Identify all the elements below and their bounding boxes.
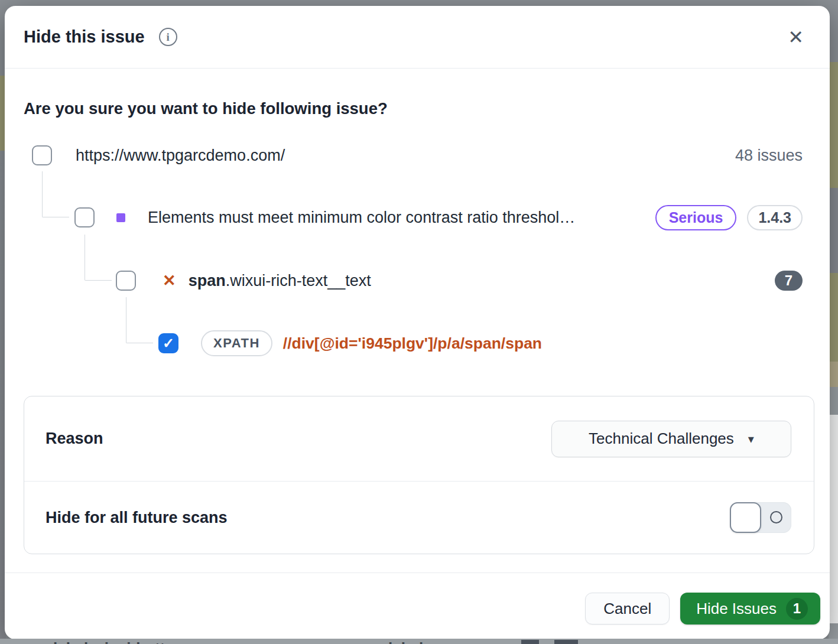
close-icon[interactable]: ✕ (788, 28, 804, 47)
reason-select[interactable]: Technical Challenges ▾ (551, 421, 791, 457)
info-icon[interactable]: i (159, 28, 177, 46)
site-issue-count: 48 issues (735, 147, 803, 165)
toggle-off-icon (770, 511, 782, 523)
selector-tag: span (189, 272, 226, 290)
selector-text: span.wixui-rich-text__text (189, 272, 371, 290)
site-checkbox[interactable] (32, 145, 52, 165)
issue-tree: https://www.tpgarcdemo.com/ 48 issues El… (5, 118, 830, 360)
tree-row-instance: ✓ XPATH //div[@id='i945plgv']/p/a/span/s… (5, 331, 830, 355)
reason-row: Reason Technical Challenges ▾ (24, 396, 814, 482)
wcag-badge: 1.4.3 (747, 205, 803, 230)
selector-count-badge: 7 (775, 271, 803, 291)
hide-issue-dialog: Hide this issue i ✕ Are you sure you wan… (5, 6, 830, 639)
tree-row-site: https://www.tpgarcdemo.com/ 48 issues (5, 144, 830, 167)
dialog-header: Hide this issue i ✕ (5, 6, 830, 69)
dialog-footer: Cancel Hide Issues 1 (5, 573, 830, 639)
tree-row-selector: ✕ span.wixui-rich-text__text 7 (5, 269, 830, 292)
check-icon: ✓ (163, 335, 174, 352)
future-scans-toggle[interactable] (730, 502, 791, 533)
hide-issues-label: Hide Issues (696, 600, 777, 618)
selector-classes: .wixui-rich-text__text (226, 272, 371, 290)
cancel-button[interactable]: Cancel (585, 593, 670, 625)
tree-row-rule: Elements must meet minimum color contras… (5, 206, 830, 229)
future-scans-label: Hide for all future scans (46, 509, 228, 527)
severity-square-icon (116, 213, 125, 222)
chevron-down-icon: ▾ (748, 432, 754, 446)
instance-checkbox[interactable]: ✓ (158, 333, 178, 353)
rule-checkbox[interactable] (74, 207, 95, 227)
xpath-label-badge: XPATH (201, 330, 272, 356)
toggle-knob (730, 502, 761, 533)
confirmation-question: Are you sure you want to hide following … (24, 99, 811, 118)
background-fragment (521, 640, 539, 644)
fail-x-icon: ✕ (163, 271, 176, 290)
background-page-bottom: label.wixui-button label (0, 639, 838, 644)
severity-badge: Serious (655, 205, 737, 230)
rule-title: Elements must meet minimum color contras… (148, 209, 575, 227)
xpath-value: //div[@id='i945plgv']/p/a/span/span (283, 334, 542, 353)
reason-label: Reason (46, 430, 103, 448)
hide-issues-button[interactable]: Hide Issues 1 (680, 593, 820, 625)
background-fragment-text: label (388, 639, 423, 644)
rule-badges: Serious 1.4.3 (655, 205, 803, 230)
reason-selected-value: Technical Challenges (589, 430, 734, 448)
background-page-edge-right (829, 0, 838, 644)
future-scans-row: Hide for all future scans (24, 482, 814, 554)
hide-count-badge: 1 (786, 598, 808, 620)
selector-checkbox[interactable] (116, 271, 136, 291)
dialog-title: Hide this issue (24, 27, 145, 47)
background-fragment (554, 640, 578, 644)
hide-options-panel: Reason Technical Challenges ▾ Hide for a… (24, 396, 814, 554)
background-fragment-text: label.wixui-button (53, 639, 184, 644)
site-url: https://www.tpgarcdemo.com/ (76, 147, 285, 165)
